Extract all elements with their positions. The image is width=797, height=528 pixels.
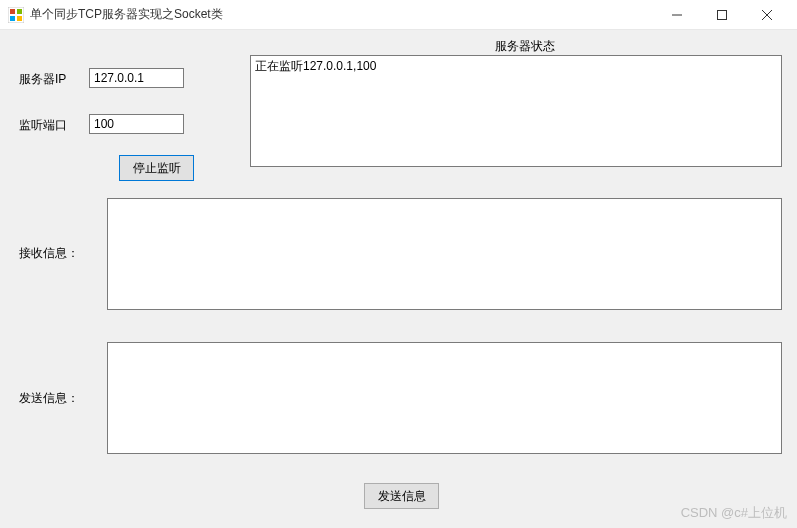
svg-rect-2 <box>17 9 22 14</box>
maximize-button[interactable] <box>699 1 744 29</box>
stop-listen-button[interactable]: 停止监听 <box>119 155 194 181</box>
receive-info-label: 接收信息： <box>19 245 79 262</box>
app-icon <box>8 7 24 23</box>
server-ip-label: 服务器IP <box>19 71 66 88</box>
svg-rect-1 <box>10 9 15 14</box>
send-info-label: 发送信息： <box>19 390 79 407</box>
svg-rect-3 <box>10 16 15 21</box>
listen-port-input[interactable] <box>89 114 184 134</box>
minimize-button[interactable] <box>654 1 699 29</box>
window-controls <box>654 1 789 29</box>
svg-rect-6 <box>717 10 726 19</box>
client-area: 服务器IP 监听端口 停止监听 服务器状态 正在监听127.0.0.1,100 … <box>0 30 797 528</box>
server-status-label: 服务器状态 <box>450 38 600 55</box>
server-ip-input[interactable] <box>89 68 184 88</box>
svg-rect-4 <box>17 16 22 21</box>
watermark: CSDN @c#上位机 <box>681 504 787 522</box>
close-button[interactable] <box>744 1 789 29</box>
send-info-textarea[interactable] <box>107 342 782 454</box>
receive-info-textarea[interactable] <box>107 198 782 310</box>
send-info-button[interactable]: 发送信息 <box>364 483 439 509</box>
server-status-textarea[interactable]: 正在监听127.0.0.1,100 <box>250 55 782 167</box>
listen-port-label: 监听端口 <box>19 117 67 134</box>
titlebar: 单个同步TCP服务器实现之Socket类 <box>0 0 797 30</box>
window-title: 单个同步TCP服务器实现之Socket类 <box>30 6 654 23</box>
